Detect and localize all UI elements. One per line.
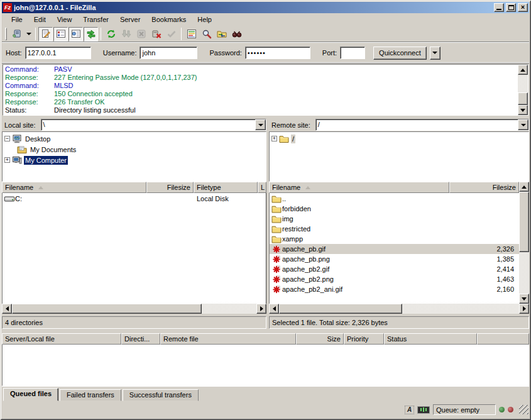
column-priority[interactable]: Priority: [344, 333, 384, 345]
column-filename[interactable]: Filename: [2, 182, 146, 193]
menu-file[interactable]: File: [6, 14, 28, 25]
column-filesize[interactable]: Filesize: [449, 182, 519, 193]
tab-queued-files[interactable]: Queued files: [3, 388, 58, 401]
local-site-dropdown-button[interactable]: [255, 119, 266, 130]
scroll-left-button[interactable]: [2, 304, 12, 314]
expand-icon[interactable]: +: [4, 157, 10, 163]
menu-server[interactable]: Server: [114, 14, 146, 25]
speed-indicator-icon[interactable]: [417, 406, 430, 414]
arrow-left-icon: [3, 306, 9, 311]
quickconnect-button[interactable]: Quickconnect: [373, 47, 427, 60]
menu-edit[interactable]: Edit: [28, 14, 52, 25]
tree-item-root[interactable]: + /: [271, 133, 528, 144]
port-input[interactable]: [340, 47, 365, 59]
toggle-local-tree-button[interactable]: [53, 27, 68, 41]
remote-file-row-selected[interactable]: apache_pb.gif2,326: [270, 244, 519, 254]
message-log-body[interactable]: Command:PASV Response:227 Entering Passi…: [3, 65, 518, 115]
local-directory-tree[interactable]: − Desktop My Documents + My Computer: [2, 131, 266, 182]
remote-file-list[interactable]: .. forbidden img restricted xampp apache…: [269, 193, 519, 304]
scrollbar-thumb[interactable]: [279, 304, 402, 314]
scrollbar-thumb[interactable]: [518, 92, 528, 105]
toggle-message-log-button[interactable]: [38, 27, 53, 41]
process-queue-button[interactable]: [119, 27, 133, 41]
remote-site-dropdown-button[interactable]: [518, 119, 528, 130]
column-direction[interactable]: Directi...: [121, 333, 160, 345]
column-size[interactable]: Size: [296, 333, 344, 345]
remote-file-row[interactable]: apache_pb.png1,385: [270, 254, 519, 264]
remote-file-row[interactable]: forbidden: [270, 204, 519, 214]
password-input[interactable]: [245, 47, 310, 59]
column-last-modified[interactable]: L: [258, 182, 266, 193]
minimize-button[interactable]: [494, 3, 504, 12]
column-remote-file[interactable]: Remote file: [160, 333, 296, 345]
filename-filters-button[interactable]: [229, 27, 244, 41]
column-status[interactable]: Status: [384, 333, 477, 345]
remote-file-row[interactable]: apache_pb2_ani.gif2,160: [270, 284, 519, 294]
collapse-icon[interactable]: −: [4, 136, 10, 141]
disconnect-button[interactable]: [149, 27, 163, 41]
scroll-down-button[interactable]: [518, 105, 528, 115]
site-manager-button[interactable]: [9, 27, 24, 41]
remote-file-row[interactable]: apache_pb2.gif2,414: [270, 264, 519, 274]
refresh-button[interactable]: [104, 27, 118, 41]
toggle-transfer-queue-button[interactable]: [84, 27, 98, 41]
site-manager-dropdown-button[interactable]: [25, 27, 33, 41]
scrollbar-thumb[interactable]: [12, 304, 202, 314]
filezilla-logo-icon[interactable]: Fz: [3, 3, 12, 12]
remote-file-row[interactable]: img: [270, 214, 519, 224]
remote-file-row[interactable]: ..: [270, 194, 519, 204]
close-button[interactable]: ×: [518, 3, 528, 12]
tree-item-desktop[interactable]: − Desktop: [4, 133, 266, 144]
menu-view[interactable]: View: [52, 14, 78, 25]
synchronized-browsing-icon: [217, 29, 227, 39]
find-files-button[interactable]: [199, 27, 214, 41]
host-input[interactable]: [25, 47, 91, 59]
column-filename[interactable]: Filename: [269, 182, 449, 193]
close-icon: ×: [521, 4, 525, 11]
remote-file-row[interactable]: restricted: [270, 224, 519, 234]
local-file-row[interactable]: C: Local Disk: [3, 194, 266, 204]
column-filesize[interactable]: Filesize: [146, 182, 194, 193]
remote-horizontal-scrollbar[interactable]: [269, 304, 529, 314]
remote-file-row[interactable]: xampp: [270, 234, 519, 244]
remote-vertical-scrollbar[interactable]: [519, 182, 529, 304]
toggle-remote-tree-button[interactable]: [68, 27, 83, 41]
remote-directory-tree[interactable]: + /: [269, 131, 529, 182]
transfer-type-indicator-icon[interactable]: A: [405, 406, 414, 414]
reconnect-button[interactable]: [164, 27, 178, 41]
menu-help[interactable]: Help: [192, 14, 217, 25]
column-empty[interactable]: [477, 333, 529, 345]
local-horizontal-scrollbar[interactable]: [2, 304, 266, 314]
scroll-right-button[interactable]: [519, 304, 529, 314]
scrollbar-thumb[interactable]: [519, 192, 529, 252]
log-line: Status:Directory listing successful: [5, 106, 518, 114]
quickconnect-dropdown-button[interactable]: [430, 47, 441, 60]
tab-successful-transfers[interactable]: Successful transfers: [123, 389, 199, 401]
menu-bookmarks[interactable]: Bookmarks: [146, 14, 192, 25]
synchronized-browsing-button[interactable]: [214, 27, 229, 41]
column-server-local-file[interactable]: Server/Local file: [2, 333, 121, 345]
resize-grip[interactable]: [519, 405, 528, 414]
local-site-combobox[interactable]: \: [41, 119, 266, 131]
cancel-operation-button[interactable]: [134, 27, 148, 41]
scroll-right-button[interactable]: [256, 304, 266, 314]
maximize-button[interactable]: [506, 3, 516, 12]
directory-comparison-button[interactable]: [184, 27, 199, 41]
local-file-list[interactable]: C: Local Disk: [2, 193, 266, 304]
tree-item-my-computer[interactable]: + My Computer: [4, 155, 266, 165]
scroll-down-button[interactable]: [519, 294, 529, 304]
tree-item-my-documents[interactable]: My Documents: [4, 144, 266, 155]
remote-file-row[interactable]: apache_pb2.png1,463: [270, 274, 519, 284]
menu-transfer[interactable]: Transfer: [77, 14, 114, 25]
column-filetype[interactable]: Filetype: [194, 182, 258, 193]
queue-body[interactable]: [2, 345, 529, 386]
expand-icon[interactable]: +: [271, 136, 277, 141]
scroll-up-button[interactable]: [519, 182, 529, 192]
tab-failed-transfers[interactable]: Failed transfers: [60, 389, 121, 401]
log-scrollbar[interactable]: [518, 65, 528, 115]
scroll-left-button[interactable]: [269, 304, 279, 314]
remote-site-combobox[interactable]: /: [315, 119, 529, 131]
toolbar-gripper[interactable]: [5, 28, 7, 40]
scroll-up-button[interactable]: [518, 65, 528, 75]
username-input[interactable]: [140, 47, 197, 59]
